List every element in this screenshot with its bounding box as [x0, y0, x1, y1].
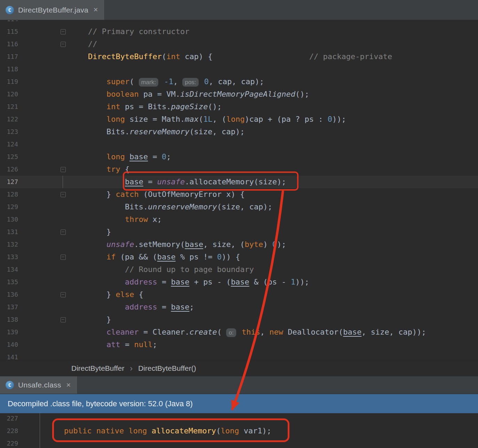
token: byte — [245, 240, 263, 249]
code-text: int ps = Bits.pageSize(); — [68, 101, 222, 113]
code-text — [68, 63, 70, 75]
close-icon[interactable]: ✕ — [66, 382, 71, 389]
code-line[interactable]: 129 Bits.unreserveMemory(size, cap); — [0, 201, 478, 213]
token: ( — [216, 426, 221, 435]
code-line[interactable]: 130 throw x; — [0, 213, 478, 226]
code-line[interactable]: 135 address = base + ps - (base & (ps - … — [0, 276, 478, 288]
editor-tabbar-decompiled: C Unsafe.class ✕ — [0, 376, 478, 394]
code-line[interactable]: 134 // Round up to page boundary — [0, 263, 478, 276]
token: new — [269, 328, 283, 336]
code-line[interactable]: 132 unsafe.setMemory(base, size, (byte) … — [0, 238, 478, 251]
token: this — [242, 328, 260, 336]
code-text: } — [68, 313, 111, 326]
code-line[interactable]: 127 base = unsafe.allocateMemory(size); — [0, 176, 478, 188]
line-number: 141 — [0, 351, 18, 360]
fold-spacer — [59, 50, 68, 63]
fold-icon[interactable] — [59, 25, 68, 38]
code-line[interactable]: 228 public native long allocateMemory(lo… — [0, 425, 478, 437]
code-line[interactable]: 124 — [0, 138, 478, 151]
line-number: 116 — [0, 38, 18, 50]
code-line[interactable]: 128 } catch (OutOfMemoryError x) { — [0, 188, 478, 201]
breadcrumb-method[interactable]: DirectByteBuffer() — [138, 364, 196, 373]
token — [46, 426, 64, 435]
token — [70, 90, 106, 98]
code-line[interactable]: 120 boolean pa = VM.isDirectMemoryPageAl… — [0, 88, 478, 101]
line-number: 138 — [0, 313, 18, 326]
code-line[interactable]: 136 } else { — [0, 288, 478, 301]
gutter: 140 — [0, 338, 68, 351]
gutter: 120 — [0, 88, 68, 101]
fold-icon[interactable] — [59, 163, 68, 176]
code-line[interactable]: 122 long size = Math.max(1L, (long)cap +… — [0, 113, 478, 126]
editor-pane-decompiled[interactable]: 227228 public native long allocateMemory… — [0, 413, 478, 448]
code-line[interactable]: 141 — [0, 351, 478, 360]
code-text: unsafe.setMemory(base, size, (byte) 0); — [68, 238, 286, 251]
token: boolean — [106, 90, 139, 98]
token: } — [70, 227, 111, 236]
gutter: 123 — [0, 126, 68, 138]
breadcrumb: DirectByteBuffer › DirectByteBuffer() — [0, 360, 478, 376]
tab-unsafe-class[interactable]: C Unsafe.class ✕ — [0, 376, 78, 394]
token: DirectByteBuffer — [88, 52, 162, 61]
token: = — [148, 152, 162, 161]
token — [124, 426, 128, 435]
code-line[interactable]: 116 // — [0, 38, 478, 50]
code-text: public native long allocateMemory(long v… — [40, 425, 271, 437]
code-line[interactable]: 140 att = null; — [0, 338, 478, 351]
fold-icon[interactable] — [59, 288, 68, 301]
token: Deallocator( — [283, 328, 343, 336]
code-line[interactable]: 229 — [0, 437, 478, 448]
token: , — [260, 328, 270, 336]
token: , cap, cap); — [209, 77, 264, 86]
editor-pane-source[interactable]: 114115 // Primary constructor116 //117 D… — [0, 20, 478, 360]
fold-icon[interactable] — [59, 313, 68, 326]
fold-icon[interactable] — [59, 188, 68, 201]
line-number: 129 — [0, 201, 18, 213]
code-line[interactable]: 131 } — [0, 226, 478, 238]
code-line[interactable]: 138 } — [0, 313, 478, 326]
code-line[interactable]: 114 — [0, 20, 478, 25]
gutter: 127 — [0, 176, 68, 188]
code-line[interactable]: 139 cleaner = Cleaner.create( o: this, n… — [0, 326, 478, 338]
code-line[interactable]: 126 try { — [0, 163, 478, 176]
gutter: 130 — [0, 213, 68, 226]
token: ; — [189, 303, 194, 311]
code-line[interactable]: 121 int ps = Bits.pageSize(); — [0, 101, 478, 113]
code-text: // Round up to page boundary — [68, 263, 254, 276]
code-line[interactable]: 118 — [0, 63, 478, 75]
fold-icon[interactable] — [59, 176, 68, 188]
gutter: 124 — [0, 138, 68, 151]
token: { — [120, 165, 130, 174]
close-icon[interactable]: ✕ — [93, 6, 98, 14]
token: , — [173, 77, 183, 86]
token: (); — [295, 90, 309, 98]
token: address — [125, 278, 157, 286]
fold-spacer — [59, 326, 68, 338]
token: long — [106, 152, 125, 161]
token: )); — [332, 115, 346, 123]
code-line[interactable]: 117 DirectByteBuffer(int cap) { // packa… — [0, 50, 478, 63]
token: address — [125, 303, 157, 311]
code-line[interactable]: 125 long base = 0; — [0, 151, 478, 163]
token: unreserveMemory — [148, 202, 217, 211]
code-line[interactable]: 227 — [0, 413, 478, 425]
code-line[interactable]: 133 if (pa && (base % ps != 0)) { — [0, 251, 478, 263]
tab-directbytebuffer-java[interactable]: C DirectByteBuffer.java ✕ — [0, 0, 105, 20]
token: ps = Bits. — [120, 102, 171, 111]
code-line[interactable]: 123 Bits.reserveMemory(size, cap); — [0, 126, 478, 138]
fold-icon[interactable] — [59, 226, 68, 238]
fold-icon[interactable] — [59, 38, 68, 50]
breadcrumb-class[interactable]: DirectByteBuffer — [71, 364, 125, 373]
fold-icon[interactable] — [59, 251, 68, 263]
gutter: 119 — [0, 75, 68, 88]
code-line[interactable]: 137 address = base; — [0, 301, 478, 313]
token: public — [64, 426, 91, 435]
token: throw — [125, 215, 148, 224]
line-number: 139 — [0, 326, 18, 338]
code-line[interactable]: 119 super( mark: -1, pos: 0, cap, cap); — [0, 75, 478, 88]
line-number: 121 — [0, 101, 18, 113]
token: else — [115, 290, 134, 299]
token: // — [70, 40, 97, 48]
code-line[interactable]: 115 // Primary constructor — [0, 25, 478, 38]
gutter: 125 — [0, 151, 68, 163]
